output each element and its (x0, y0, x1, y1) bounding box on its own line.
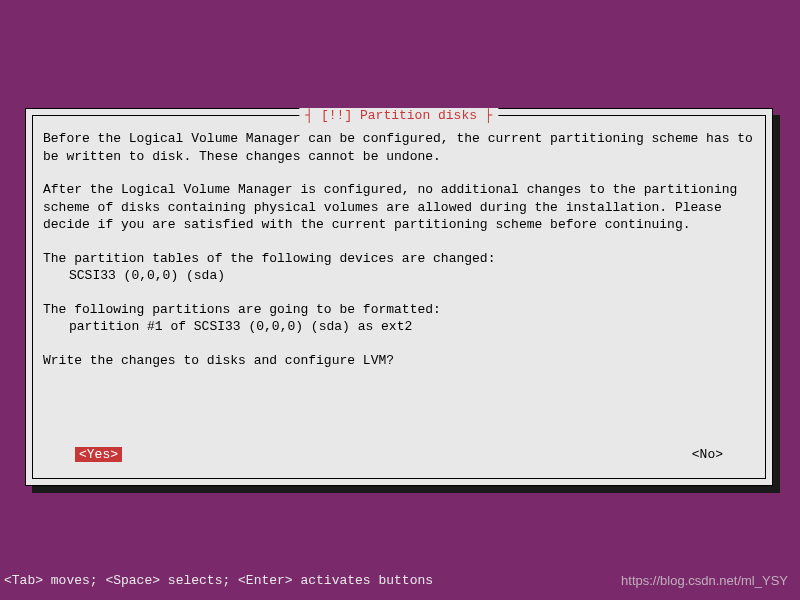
footer-hint: <Tab> moves; <Space> selects; <Enter> ac… (4, 573, 433, 588)
yes-button[interactable]: <Yes> (75, 447, 122, 462)
dialog-paragraph: The following partitions are going to be… (43, 301, 755, 319)
dialog-question: Write the changes to disks and configure… (43, 352, 755, 370)
dialog-title: ┤ [!!] Partition disks ├ (299, 108, 498, 123)
dialog-inner-frame: ┤ [!!] Partition disks ├ Before the Logi… (32, 115, 766, 479)
dialog-buttons: <Yes> <No> (43, 447, 755, 462)
no-button[interactable]: <No> (692, 447, 723, 462)
dialog-paragraph: The partition tables of the following de… (43, 250, 755, 268)
dialog-paragraph: After the Logical Volume Manager is conf… (43, 181, 755, 234)
watermark: https://blog.csdn.net/ml_YSY (621, 573, 788, 588)
device-item: SCSI33 (0,0,0) (sda) (43, 267, 755, 285)
partition-item: partition #1 of SCSI33 (0,0,0) (sda) as … (43, 318, 755, 336)
dialog-content: Before the Logical Volume Manager can be… (43, 130, 755, 369)
dialog-paragraph: Before the Logical Volume Manager can be… (43, 130, 755, 165)
partition-disks-dialog: ┤ [!!] Partition disks ├ Before the Logi… (25, 108, 773, 486)
